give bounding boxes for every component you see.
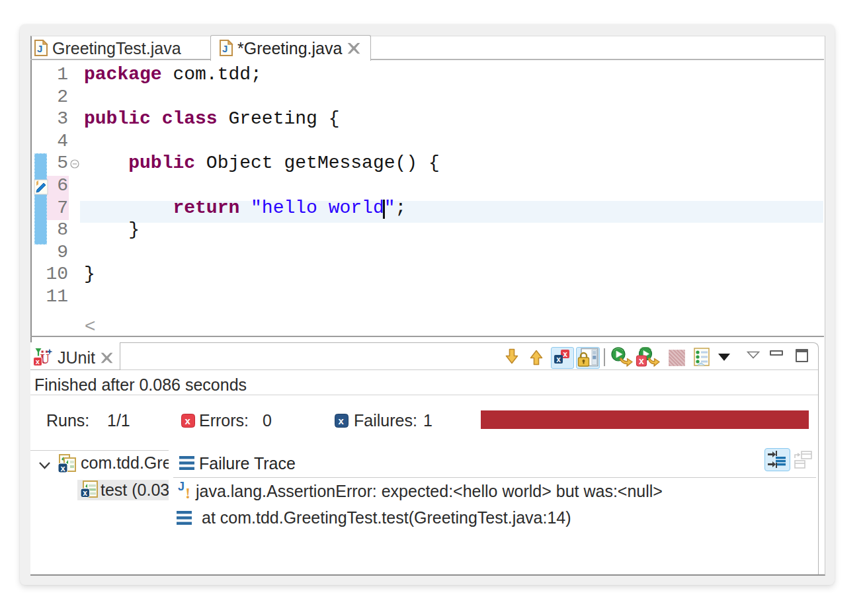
svg-text:!: !	[185, 484, 190, 500]
svg-text:x: x	[639, 356, 644, 366]
svg-text:J: J	[37, 43, 42, 54]
svg-text:x: x	[83, 488, 87, 498]
svg-text:x: x	[185, 415, 191, 426]
svg-text:x: x	[563, 350, 567, 359]
svg-text:J: J	[178, 481, 185, 493]
svg-text:x: x	[36, 358, 40, 366]
svg-text:x: x	[556, 355, 561, 364]
svg-text:x: x	[339, 415, 345, 426]
svg-text:J: J	[222, 43, 227, 54]
svg-text:x: x	[61, 463, 66, 473]
